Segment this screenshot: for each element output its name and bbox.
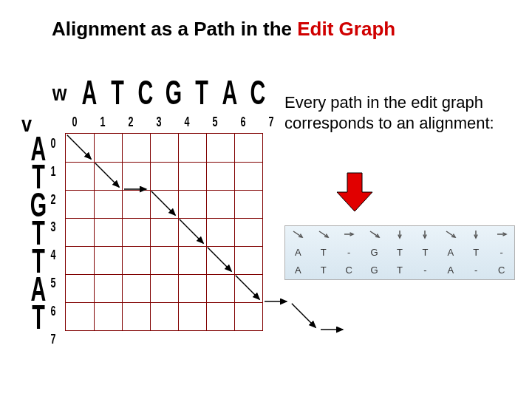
alignment-cell: - [463,261,488,279]
title-accent: Edit Graph [297,18,395,40]
alignment-cell: - [412,261,437,279]
alignment-table: AT-GTTAT-ATCGT-A-C [285,226,514,279]
alignment-arrow-icon [285,226,310,243]
w-axis-label: w [52,81,67,106]
alignment-cell: T [310,243,335,262]
alignment-path [65,133,262,330]
idx-left: 7 [50,321,55,357]
alignment-cell: T [463,243,488,262]
page-title: Alignment as a Path in the Edit Graph [52,18,502,41]
seq-v-letter: T [30,299,47,335]
idx-top: 4 [174,114,200,129]
path-arrow [292,304,316,327]
alignment-cell: T [310,261,335,279]
alignment-arrow-icon [336,226,361,243]
alignment-arrow-icon [489,226,515,243]
idx-top: 3 [146,114,171,129]
seq-w-letter: C [134,72,157,113]
path-arrow [151,191,175,215]
alignment-seq-v-row: ATCGT-A-C [285,261,514,279]
seq-w-letter: C [247,72,269,113]
idx-top: 2 [118,114,143,129]
path-arrow [236,276,259,299]
path-arrow [67,135,91,159]
alignment-cell: - [489,243,515,262]
alignment-arrow-icon [438,226,463,243]
alignment-cell: T [387,243,412,262]
alignment-cell: A [285,243,310,262]
alignment-arrow-icon [310,226,335,243]
alignment-result-box: AT-GTTAT-ATCGT-A-C [284,225,515,280]
idx-top: 5 [202,114,228,129]
alignment-arrow-icon [412,226,437,243]
index-row-top: 01234567 [61,115,285,127]
alignment-cell: G [361,261,386,279]
alignment-cell: G [361,243,386,262]
path-arrow [208,248,231,271]
idx-top: 0 [62,114,87,129]
seq-w-letter: G [163,72,185,113]
alignment-cell: - [336,243,361,262]
seq-w-letter: T [106,72,129,113]
alignment-arrow-row [285,226,514,243]
alignment-cell: C [336,261,361,279]
alignment-cell: A [438,261,463,279]
alignment-arrow-icon [361,226,386,243]
alignment-cell: A [438,243,463,262]
alignment-cell: C [489,261,515,279]
alignment-arrow-icon [463,226,488,243]
edit-graph: w v ATCGTAC ATGTTAT 01234567 01234567 [22,81,266,377]
alignment-seq-w-row: AT-GTTAT- [285,243,514,262]
seq-w-letter: A [219,72,241,113]
alignment-arrow-icon [387,226,412,243]
idx-top: 1 [90,114,115,129]
path-arrow [180,219,203,243]
path-arrow [95,163,119,187]
idx-top: 6 [231,114,256,129]
sequence-v: ATGTTAT [28,134,49,331]
index-col-left: 01234567 [50,129,56,353]
down-arrow-icon [332,170,377,214]
description-text: Every path in the edit graph corresponds… [284,92,506,133]
alignment-cell: T [412,243,437,262]
alignment-cell: T [387,261,412,279]
idx-top: 7 [259,114,284,129]
seq-w-letter: T [191,72,213,113]
seq-w-letter: A [78,72,100,113]
title-plain: Alignment as a Path in the [52,18,297,40]
alignment-cell: A [285,261,310,279]
sequence-w: ATCGTAC [75,77,272,108]
